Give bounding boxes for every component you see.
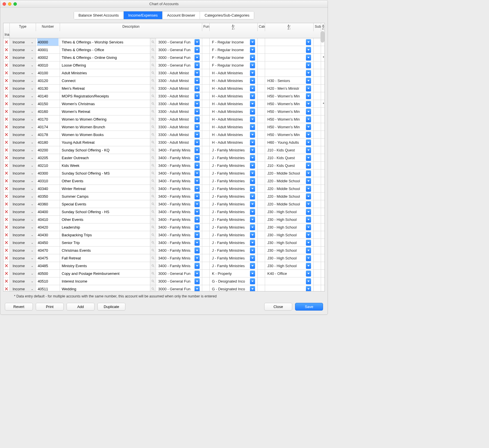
table-row[interactable]: Income⌄3300 - Adult MinistH - Adult Mini… (3, 131, 324, 139)
type-dropdown[interactable]: Income⌄ (10, 139, 36, 146)
category-dropdown[interactable]: J - Family Ministries (210, 200, 258, 208)
number-input[interactable] (37, 231, 59, 239)
table-row[interactable]: Income⌄3000 - General FunG - Designated … (3, 285, 324, 291)
category-dropdown[interactable]: K - Property (210, 270, 258, 277)
number-field[interactable] (36, 223, 60, 231)
delete-row-button[interactable] (3, 254, 10, 262)
sub-category-dropdown[interactable]: H50 - Women's Min (265, 100, 314, 107)
delete-row-button[interactable] (3, 185, 10, 192)
category-dropdown[interactable]: J - Family Ministries (210, 247, 258, 254)
sub-category-dropdown[interactable]: H50 - Women's Min (265, 115, 314, 123)
number-field[interactable] (36, 146, 60, 154)
number-field[interactable] (36, 139, 60, 146)
table-row[interactable]: Income⌄3400 - Family MinisJ - Family Min… (3, 193, 324, 200)
col-category[interactable]: Category (258, 23, 265, 31)
description-field[interactable] (60, 108, 150, 115)
category-dropdown[interactable]: J - Family Ministries (210, 208, 258, 215)
table-row[interactable]: Income⌄3300 - Adult MinistH - Adult Mini… (3, 139, 324, 146)
number-input[interactable] (37, 262, 59, 269)
sub-category-dropdown[interactable]: K40 - Office (265, 270, 314, 277)
number-field[interactable] (36, 54, 60, 61)
description-input[interactable] (61, 85, 149, 92)
delete-row-button[interactable] (3, 277, 10, 285)
number-input[interactable] (37, 131, 59, 138)
category-dropdown[interactable]: G - Designated Inco (210, 285, 258, 291)
table-row[interactable]: Income⌄3400 - Family MinisJ - Family Min… (3, 177, 324, 185)
category-dropdown[interactable]: J - Family Ministries (210, 162, 258, 169)
fund-balance-dropdown[interactable]: 3400 - Family Minis (156, 254, 202, 262)
search-description-button[interactable] (150, 123, 156, 131)
type-dropdown[interactable]: Income⌄ (10, 285, 36, 291)
delete-row-button[interactable] (3, 46, 10, 53)
delete-row-button[interactable] (3, 123, 10, 131)
sub-category-dropdown[interactable] (265, 285, 314, 291)
type-dropdown[interactable]: Income⌄ (10, 262, 36, 269)
description-field[interactable] (60, 38, 150, 46)
fund-balance-dropdown[interactable]: 3400 - Family Minis (156, 193, 202, 200)
sub-category-dropdown[interactable]: H60 - Young Adults (265, 139, 314, 146)
number-field[interactable] (36, 115, 60, 123)
type-dropdown[interactable]: Income⌄ (10, 38, 36, 46)
sort-category-button[interactable]: A↑Z↓ (265, 23, 314, 31)
description-input[interactable] (61, 77, 149, 84)
duplicate-button[interactable]: Duplicate (97, 303, 125, 311)
description-input[interactable] (61, 92, 149, 100)
table-row[interactable]: Income⌄3000 - General FunF - Regular Inc… (3, 46, 324, 54)
description-field[interactable] (60, 185, 150, 192)
description-field[interactable] (60, 100, 150, 107)
sub-category-dropdown[interactable]: H50 - Women's Min (265, 131, 314, 138)
fund-balance-dropdown[interactable]: 3000 - General Fun (156, 38, 202, 46)
description-field[interactable] (60, 208, 150, 215)
delete-row-button[interactable] (3, 262, 10, 269)
type-dropdown[interactable]: Income⌄ (10, 239, 36, 246)
number-field[interactable] (36, 239, 60, 246)
sub-category-dropdown[interactable]: J10 - Kids Quest (265, 146, 314, 154)
table-row[interactable]: Income⌄3300 - Adult MinistH - Adult Mini… (3, 77, 324, 85)
description-field[interactable] (60, 254, 150, 262)
search-description-button[interactable] (150, 193, 156, 200)
description-field[interactable] (60, 154, 150, 161)
fund-balance-dropdown[interactable]: 3000 - General Fun (156, 61, 202, 69)
category-dropdown[interactable]: H - Adult Ministries (210, 115, 258, 123)
type-dropdown[interactable]: Income⌄ (10, 185, 36, 192)
add-button[interactable]: Add (67, 303, 95, 311)
type-dropdown[interactable]: Income⌄ (10, 100, 36, 107)
category-dropdown[interactable]: J - Family Ministries (210, 239, 258, 246)
type-dropdown[interactable]: Income⌄ (10, 46, 36, 53)
delete-row-button[interactable] (3, 216, 10, 223)
description-input[interactable] (61, 54, 149, 61)
category-dropdown[interactable]: H - Adult Ministries (210, 139, 258, 146)
delete-row-button[interactable] (3, 100, 10, 107)
category-dropdown[interactable]: H - Adult Ministries (210, 85, 258, 92)
search-description-button[interactable] (150, 223, 156, 231)
number-field[interactable] (36, 85, 60, 92)
description-input[interactable] (61, 115, 149, 123)
number-field[interactable] (36, 108, 60, 115)
number-input[interactable] (37, 77, 59, 84)
number-field[interactable] (36, 200, 60, 208)
delete-row-button[interactable] (3, 61, 10, 69)
category-dropdown[interactable]: H - Adult Ministries (210, 108, 258, 115)
table-row[interactable]: Income⌄3000 - General FunF - Regular Inc… (3, 61, 324, 69)
type-dropdown[interactable]: Income⌄ (10, 61, 36, 69)
description-field[interactable] (60, 85, 150, 92)
delete-row-button[interactable] (3, 92, 10, 100)
description-field[interactable] (60, 69, 150, 77)
sub-category-dropdown[interactable]: J30 - High School (265, 254, 314, 262)
table-row[interactable]: Income⌄3400 - Family MinisJ - Family Min… (3, 231, 324, 239)
category-dropdown[interactable]: J - Family Ministries (210, 262, 258, 269)
delete-row-button[interactable] (3, 154, 10, 161)
tab-balance-sheet-accounts[interactable]: Balance Sheet Accounts (74, 11, 124, 19)
sub-category-dropdown[interactable]: J30 - High School (265, 216, 314, 223)
type-dropdown[interactable]: Income⌄ (10, 208, 36, 215)
fund-balance-dropdown[interactable]: 3300 - Adult Minist (156, 115, 202, 123)
search-description-button[interactable] (150, 262, 156, 269)
search-description-button[interactable] (150, 85, 156, 92)
fund-balance-dropdown[interactable]: 3400 - Family Minis (156, 262, 202, 269)
number-input[interactable] (37, 177, 59, 185)
category-dropdown[interactable]: J - Family Ministries (210, 177, 258, 185)
table-row[interactable]: Income⌄3300 - Adult MinistH - Adult Mini… (3, 85, 324, 92)
number-field[interactable] (36, 154, 60, 161)
fund-balance-dropdown[interactable]: 3400 - Family Minis (156, 247, 202, 254)
sub-category-dropdown[interactable]: J30 - High School (265, 262, 314, 269)
